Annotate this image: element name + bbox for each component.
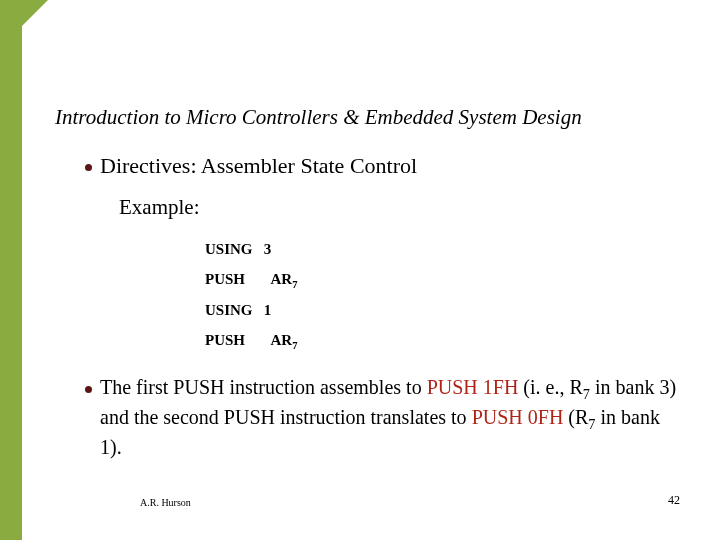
- para-red: PUSH 0FH: [472, 406, 564, 428]
- bullet-icon: [85, 164, 92, 171]
- code-line-3: USING 1: [205, 295, 680, 325]
- slide-content: Introduction to Micro Controllers & Embe…: [55, 105, 680, 475]
- code-line-1: USING 3: [205, 234, 680, 264]
- code-arg: 3: [264, 241, 272, 257]
- code-sub: 7: [292, 279, 297, 290]
- bullet-text-1: Directives: Assembler State Control: [100, 152, 417, 181]
- code-op: PUSH: [205, 271, 245, 287]
- para-sub: 7: [588, 416, 595, 432]
- bullet-text-2: The first PUSH instruction assembles to …: [100, 374, 680, 462]
- slide-title: Introduction to Micro Controllers & Embe…: [55, 105, 680, 130]
- example-label: Example:: [119, 195, 680, 220]
- code-arg: AR: [270, 271, 292, 287]
- code-op: PUSH: [205, 332, 245, 348]
- accent-triangle: [0, 0, 48, 48]
- para-sub: 7: [583, 386, 590, 402]
- bullet-icon: [85, 386, 92, 393]
- para-frag: The first PUSH instruction assembles to: [100, 376, 427, 398]
- bullet-item-2: The first PUSH instruction assembles to …: [85, 374, 680, 462]
- code-op: USING: [205, 302, 253, 318]
- bullet-item-1: Directives: Assembler State Control: [85, 152, 680, 181]
- para-frag: (R: [563, 406, 588, 428]
- code-op: USING: [205, 241, 253, 257]
- code-line-4: PUSH AR7: [205, 325, 680, 356]
- para-red: PUSH 1FH: [427, 376, 519, 398]
- para-frag: (i. e., R: [518, 376, 582, 398]
- code-block: USING 3 PUSH AR7 USING 1 PUSH AR7: [205, 234, 680, 356]
- page-number: 42: [668, 493, 680, 508]
- footer-author: A.R. Hurson: [140, 497, 191, 508]
- accent-bar: [0, 0, 22, 540]
- code-arg: 1: [264, 302, 272, 318]
- code-line-2: PUSH AR7: [205, 264, 680, 295]
- code-arg: AR: [270, 332, 292, 348]
- code-sub: 7: [292, 340, 297, 351]
